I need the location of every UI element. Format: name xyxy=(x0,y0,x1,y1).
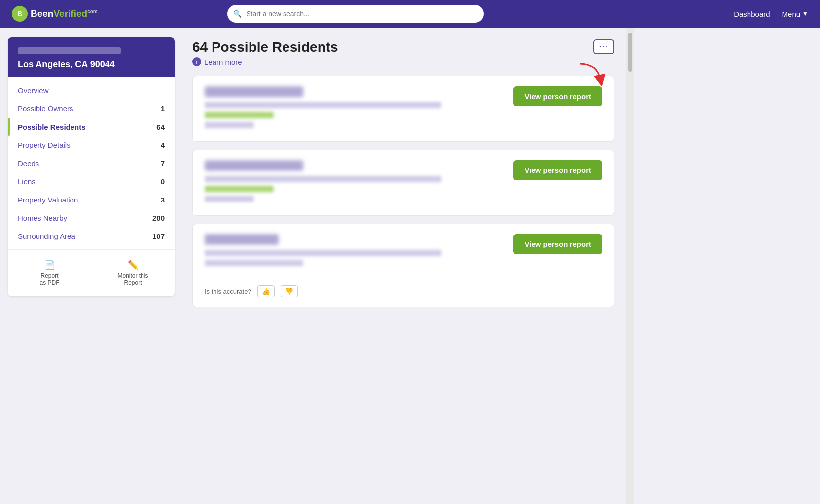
sidebar-item-owners-count: 1 xyxy=(161,104,165,113)
sidebar-item-valuation-count: 3 xyxy=(161,196,165,204)
person-detail-2-highlight xyxy=(205,186,274,192)
sidebar-item-property-details-label: Property Details xyxy=(18,141,71,149)
scrollbar[interactable] xyxy=(626,28,634,504)
pdf-icon: 📄 xyxy=(44,260,55,270)
cards-container: View person report View person report xyxy=(192,76,614,307)
content-area: 64 Possible Residents ··· i Learn more xyxy=(182,28,626,504)
sidebar-item-homes-nearby[interactable]: Homes Nearby 200 xyxy=(8,209,175,227)
report-pdf-label: Reportas PDF xyxy=(39,272,59,286)
monitor-report-label: Monitor thisReport xyxy=(117,272,148,286)
main-layout: Los Angeles, CA 90044 Overview Possible … xyxy=(0,28,820,504)
learn-more-icon: i xyxy=(192,57,201,66)
sidebar-item-property-details-count: 4 xyxy=(161,141,165,149)
sidebar-item-surrounding-count: 107 xyxy=(152,232,165,240)
sidebar-item-liens[interactable]: Liens 0 xyxy=(8,172,175,191)
sidebar-item-valuation[interactable]: Property Valuation 3 xyxy=(8,191,175,209)
sidebar-item-residents-count: 64 xyxy=(156,123,165,131)
sidebar-item-surrounding-label: Surrounding Area xyxy=(18,232,75,240)
learn-more-row: i Learn more xyxy=(192,57,614,66)
dashboard-link[interactable]: Dashboard xyxy=(734,10,770,18)
menu-button[interactable]: Menu ▼ xyxy=(782,10,808,18)
view-report-button-3[interactable]: View person report xyxy=(513,234,602,254)
search-icon: 🔍 xyxy=(233,10,242,18)
person-name-3-blur xyxy=(205,234,279,245)
feedback-label: Is this accurate? xyxy=(205,288,251,295)
logo[interactable]: B BeenVerifiedcom xyxy=(12,6,98,22)
person-detail-1-address xyxy=(205,102,441,108)
sidebar-item-surrounding[interactable]: Surrounding Area 107 xyxy=(8,227,175,245)
sidebar-item-deeds-count: 7 xyxy=(161,159,165,168)
person-info-3 xyxy=(205,234,513,269)
thumbs-down-button[interactable]: 👎 xyxy=(281,285,298,297)
sidebar-address-text: Los Angeles, CA 90044 xyxy=(18,59,165,69)
sidebar-item-residents[interactable]: Possible Residents 64 xyxy=(8,118,175,136)
sidebar: Los Angeles, CA 90044 Overview Possible … xyxy=(0,28,182,504)
sidebar-item-homes-nearby-count: 200 xyxy=(152,214,165,222)
view-report-button-2[interactable]: View person report xyxy=(513,160,602,180)
sidebar-item-deeds[interactable]: Deeds 7 xyxy=(8,154,175,172)
person-detail-1-highlight xyxy=(205,112,274,118)
logo-text: BeenVerifiedcom xyxy=(31,8,98,19)
person-card-2: View person report xyxy=(192,150,614,216)
header: B BeenVerifiedcom 🔍 Dashboard Menu ▼ xyxy=(0,0,820,28)
monitor-icon: ✏️ xyxy=(128,260,139,270)
person-info-1 xyxy=(205,86,503,132)
monitor-report-button[interactable]: ✏️ Monitor thisReport xyxy=(91,256,175,290)
person-detail-1-age xyxy=(205,122,254,128)
sidebar-item-owners-label: Possible Owners xyxy=(18,104,73,113)
person-name-2-blur xyxy=(205,160,303,171)
sidebar-item-valuation-label: Property Valuation xyxy=(18,196,78,204)
feedback-row: Is this accurate? 👍 👎 xyxy=(205,285,298,297)
sidebar-item-property-details[interactable]: Property Details 4 xyxy=(8,136,175,154)
person-info-2 xyxy=(205,160,503,205)
thumbs-up-button[interactable]: 👍 xyxy=(257,285,275,297)
sidebar-item-deeds-label: Deeds xyxy=(18,159,39,168)
person-detail-2-age xyxy=(205,196,254,202)
sidebar-item-liens-label: Liens xyxy=(18,177,36,186)
person-name-1-blur xyxy=(205,86,303,97)
header-right: Dashboard Menu ▼ xyxy=(734,10,808,18)
person-detail-3-address xyxy=(205,250,441,256)
sidebar-card: Los Angeles, CA 90044 Overview Possible … xyxy=(8,37,175,296)
scroll-thumb xyxy=(628,33,632,72)
more-options-button[interactable]: ··· xyxy=(593,39,614,54)
sidebar-item-owners[interactable]: Possible Owners 1 xyxy=(8,100,175,118)
view-report-button-1[interactable]: View person report xyxy=(513,86,602,106)
page-title: 64 Possible Residents xyxy=(192,39,338,55)
person-card-1: View person report xyxy=(192,76,614,142)
search-bar: 🔍 xyxy=(227,5,484,23)
person-card-3: View person report Is this accurate? 👍 👎 xyxy=(192,224,614,307)
sidebar-item-residents-label: Possible Residents xyxy=(18,123,86,131)
learn-more-link[interactable]: Learn more xyxy=(204,58,242,66)
sidebar-item-overview-label: Overview xyxy=(18,86,49,95)
chevron-down-icon: ▼ xyxy=(802,10,808,17)
svg-text:B: B xyxy=(17,10,22,18)
sidebar-address-block: Los Angeles, CA 90044 xyxy=(8,37,175,77)
sidebar-item-overview[interactable]: Overview xyxy=(8,81,175,100)
person-detail-3-extra xyxy=(205,260,303,266)
search-input[interactable] xyxy=(227,5,484,23)
person-detail-2-address xyxy=(205,176,441,182)
sidebar-address-blur-bar xyxy=(18,47,121,54)
sidebar-item-liens-count: 0 xyxy=(161,177,165,186)
sidebar-item-homes-nearby-label: Homes Nearby xyxy=(18,214,67,222)
sidebar-actions: 📄 Reportas PDF ✏️ Monitor thisReport xyxy=(8,249,175,296)
report-pdf-button[interactable]: 📄 Reportas PDF xyxy=(8,256,91,290)
sidebar-nav: Overview Possible Owners 1 Possible Resi… xyxy=(8,77,175,249)
content-header: 64 Possible Residents ··· xyxy=(192,39,614,55)
